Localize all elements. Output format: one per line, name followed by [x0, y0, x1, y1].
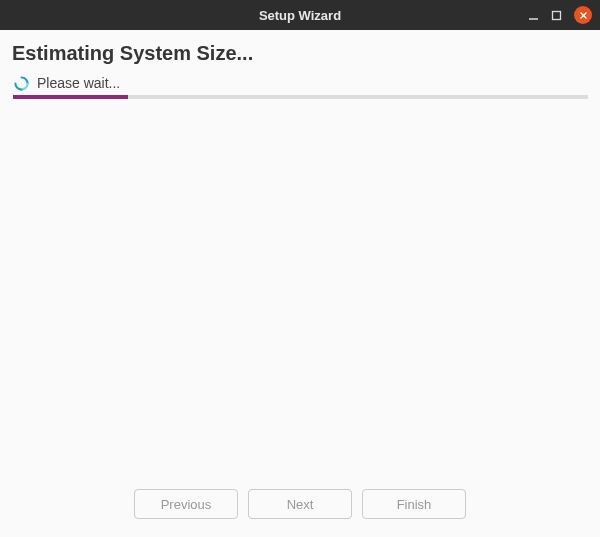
progress-bar [13, 95, 588, 99]
content-area: Estimating System Size... Please wait... [0, 30, 600, 99]
minimize-icon[interactable] [528, 10, 539, 21]
spinner-icon [14, 76, 29, 91]
close-icon[interactable] [574, 6, 592, 24]
next-button[interactable]: Next [248, 489, 352, 519]
maximize-icon[interactable] [551, 10, 562, 21]
previous-button[interactable]: Previous [134, 489, 238, 519]
window-controls [528, 0, 592, 30]
titlebar: Setup Wizard [0, 0, 600, 30]
window-title: Setup Wizard [259, 8, 341, 23]
svg-rect-1 [553, 11, 561, 19]
status-row: Please wait... [14, 75, 588, 91]
page-title: Estimating System Size... [12, 42, 588, 65]
button-row: Previous Next Finish [0, 489, 600, 519]
progress-fill [13, 95, 128, 99]
status-text: Please wait... [37, 75, 120, 91]
finish-button[interactable]: Finish [362, 489, 466, 519]
